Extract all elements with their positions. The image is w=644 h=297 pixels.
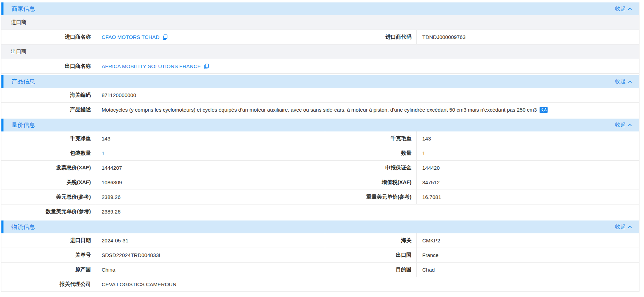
field-label: 关税(XAF) (1, 175, 96, 190)
field-label: 进口日期 (1, 233, 96, 248)
field-row: 进口日期 2024-05-31 海关 CMKP2 (1, 233, 639, 248)
field-label-description: 产品描述 (1, 103, 96, 117)
section-header-product: 产品信息 收起 (1, 75, 639, 88)
collapse-button-logistics[interactable]: 收起 (615, 224, 639, 230)
section-title-quantity-price: 量价信息 (3, 121, 35, 129)
section-title-product: 产品信息 (3, 78, 35, 86)
field-row: 报关代理公司 CEVA LOGISTICS CAMEROUN (1, 277, 639, 292)
copy-icon[interactable] (204, 64, 209, 69)
field-label: 数量 (325, 146, 417, 160)
section-title-logistics: 物流信息 (3, 223, 35, 231)
field-row-description: 产品描述 Motocycles (y compris les cyclomote… (1, 103, 639, 117)
product-description-text: Motocycles (y compris les cyclomoteurs) … (102, 107, 537, 113)
field-row: 发票总价(XAF) 1444207 申报保证金 144420 (1, 161, 639, 175)
field-label: 重量美元单价(参考) (325, 190, 417, 204)
field-value-importer-code: TDNDJ000009763 (417, 30, 639, 44)
exporter-name-link[interactable]: AFRICA MOBILITY SOLUTIONS FRANCE (102, 63, 201, 69)
field-value: 2389.26 (96, 204, 639, 219)
field-value: 1 (96, 146, 325, 160)
field-row: 包装数量 1 数量 1 (1, 146, 639, 161)
importer-name-link[interactable]: CFAO MOTORS TCHAD (102, 34, 159, 40)
field-label-importer-name: 进口商名称 (1, 30, 96, 44)
field-label: 包装数量 (1, 146, 96, 160)
field-value: 16.7081 (417, 190, 639, 204)
field-label: 千克毛重 (325, 131, 417, 146)
field-label: 增值税(XAF) (325, 175, 417, 190)
field-value: 1 (417, 146, 639, 160)
field-row-hs-code: 海关编码 871120000000 (1, 88, 639, 103)
field-value: 347512 (417, 175, 639, 190)
section-logistics: 物流信息 收起 进口日期 2024-05-31 海关 CMKP2 关单号 SDS… (1, 220, 639, 292)
section-header-quantity-price: 量价信息 收起 (1, 119, 639, 131)
section-title-merchant: 商家信息 (3, 5, 35, 13)
field-value: 2024-05-31 (96, 233, 325, 248)
field-value: CEVA LOGISTICS CAMEROUN (96, 277, 639, 291)
field-label: 关单号 (1, 248, 96, 262)
field-row: 关单号 SDSD22024TRD004833I 出口国 France (1, 248, 639, 263)
subheader-exporter: 出口商 (1, 45, 639, 59)
field-row: 原产国 China 目的国 Chad (1, 263, 639, 277)
field-value: 144420 (417, 161, 639, 175)
field-row: 千克净重 143 千克毛重 143 (1, 131, 639, 146)
field-value-importer-name: CFAO MOTORS TCHAD (96, 30, 325, 44)
field-value: 1444207 (96, 161, 325, 175)
section-header-logistics: 物流信息 收起 (1, 220, 639, 233)
collapse-button-merchant[interactable]: 收起 (615, 6, 639, 12)
section-merchant: 商家信息 收起 进口商 进口商名称 CFAO MOTORS TCHAD 进口商代… (1, 2, 639, 74)
field-label: 数量美元单价(参考) (1, 204, 96, 219)
field-row: 关税(XAF) 1086309 增值税(XAF) 347512 (1, 175, 639, 190)
field-value: 1086309 (96, 175, 325, 190)
collapse-button-quantity-price[interactable]: 收起 (615, 122, 639, 128)
copy-icon[interactable] (162, 34, 167, 40)
field-value: 143 (417, 131, 639, 146)
collapse-label: 收起 (615, 122, 626, 128)
field-value: 2389.26 (96, 190, 325, 204)
field-label: 千克净重 (1, 131, 96, 146)
section-product: 产品信息 收起 海关编码 871120000000 产品描述 Motocycle… (1, 75, 639, 117)
field-value: CMKP2 (417, 233, 639, 248)
field-label: 发票总价(XAF) (1, 161, 96, 175)
field-row-exporter: 出口商名称 AFRICA MOBILITY SOLUTIONS FRANCE (1, 59, 639, 74)
field-label: 申报保证金 (325, 161, 417, 175)
chevron-up-icon (628, 124, 632, 127)
collapse-button-product[interactable]: 收起 (615, 78, 639, 85)
field-row: 数量美元单价(参考) 2389.26 (1, 204, 639, 219)
field-label: 出口国 (325, 248, 417, 262)
section-quantity-price: 量价信息 收起 千克净重 143 千克毛重 143 包装数量 1 数量 1 发票… (1, 119, 639, 219)
field-label-importer-code: 进口商代码 (325, 30, 417, 44)
field-label: 海关 (325, 233, 417, 248)
field-value-exporter-name: AFRICA MOBILITY SOLUTIONS FRANCE (96, 59, 639, 73)
field-label-exporter-name: 出口商名称 (1, 59, 96, 73)
field-row-importer: 进口商名称 CFAO MOTORS TCHAD 进口商代码 TDNDJ00000… (1, 30, 639, 45)
collapse-label: 收起 (615, 224, 626, 230)
field-value: SDSD22024TRD004833I (96, 248, 325, 262)
translate-icon[interactable]: 文A (540, 107, 548, 113)
field-label: 报关代理公司 (1, 277, 96, 291)
field-value-hs-code: 871120000000 (96, 88, 639, 102)
field-value-description: Motocycles (y compris les cyclomoteurs) … (96, 103, 639, 117)
field-value: Chad (417, 263, 639, 277)
chevron-up-icon (628, 8, 632, 10)
detail-panel: 商家信息 收起 进口商 进口商名称 CFAO MOTORS TCHAD 进口商代… (1, 2, 639, 292)
collapse-label: 收起 (615, 78, 626, 85)
subheader-exporter-label: 出口商 (11, 48, 26, 55)
field-value: China (96, 263, 325, 277)
subheader-importer: 进口商 (1, 15, 639, 30)
field-label-hs-code: 海关编码 (1, 88, 96, 102)
field-label: 美元总价(参考) (1, 190, 96, 204)
field-label: 原产国 (1, 263, 96, 277)
field-label: 目的国 (325, 263, 417, 277)
chevron-up-icon (628, 80, 632, 83)
field-value: France (417, 248, 639, 262)
chevron-up-icon (628, 226, 632, 228)
subheader-importer-label: 进口商 (11, 19, 26, 26)
collapse-label: 收起 (615, 6, 626, 12)
field-value: 143 (96, 131, 325, 146)
section-header-merchant: 商家信息 收起 (1, 2, 639, 15)
field-row: 美元总价(参考) 2389.26 重量美元单价(参考) 16.7081 (1, 190, 639, 204)
